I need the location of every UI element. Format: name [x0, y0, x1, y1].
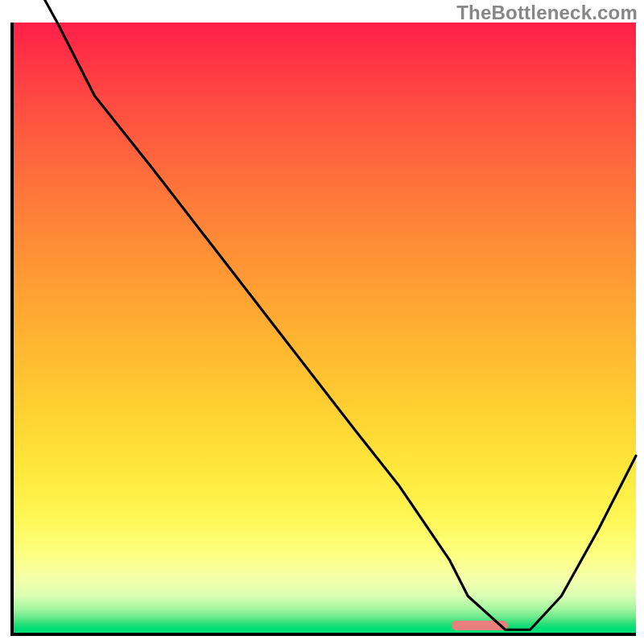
- bottleneck-curve: [14, 23, 636, 633]
- watermark-text: TheBottleneck.com: [456, 2, 638, 24]
- chart-stage: TheBottleneck.com: [0, 0, 644, 644]
- plot-area: [10, 23, 636, 636]
